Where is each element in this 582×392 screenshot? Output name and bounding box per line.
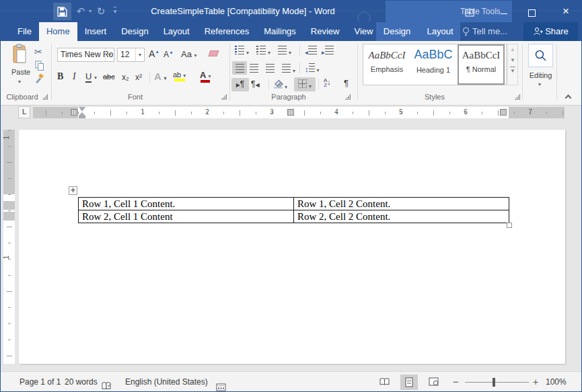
first-line-indent-marker[interactable] [79, 107, 85, 112]
line-spacing-button[interactable]: ↕ ▾ [305, 63, 320, 73]
share-button[interactable]: Share [523, 22, 578, 41]
read-mode-button[interactable] [376, 375, 394, 390]
rtl-direction-button[interactable]: ¶◀ [251, 79, 260, 89]
left-indent-marker[interactable] [79, 116, 85, 118]
align-center-button[interactable] [250, 64, 258, 74]
sort-button[interactable]: A Z ↓ [324, 78, 331, 87]
paste-label[interactable]: Paste [7, 68, 34, 76]
document-page[interactable] [19, 130, 565, 364]
format-painter-button[interactable] [34, 74, 44, 85]
paragraph-dialog-launcher[interactable] [345, 94, 351, 100]
numbering-button[interactable]: ▾ [256, 46, 270, 56]
zoom-slider-thumb[interactable] [493, 378, 495, 387]
paste-dropdown[interactable]: ▾ [18, 79, 21, 85]
tab-stop-selector[interactable]: L [18, 106, 30, 118]
ltr-direction-button[interactable]: ▶¶ [231, 78, 249, 91]
justify-button[interactable]: ▾ [282, 64, 295, 74]
table-cell[interactable]: Row 2, Cell 1 Content [79, 210, 294, 223]
bullets-button[interactable]: ▾ [235, 46, 249, 56]
superscript-button[interactable]: x² [135, 73, 142, 82]
word-count[interactable]: 20 words [65, 372, 98, 392]
editing-dropdown[interactable]: ▾ [538, 81, 541, 87]
underline-dropdown[interactable]: ▾ [94, 75, 97, 81]
tab-home[interactable]: Home [39, 22, 77, 41]
shrink-font-button[interactable]: A▼ [163, 50, 174, 59]
change-case-button[interactable]: Aa ▾ [181, 49, 197, 59]
zoom-in-button[interactable]: + [533, 372, 538, 392]
styles-dialog-launcher[interactable] [515, 94, 520, 100]
highlight-color-button[interactable]: ab▾ [173, 71, 186, 81]
cut-button[interactable]: ✂ [34, 46, 42, 57]
style-heading1[interactable]: AaBbC Heading 1 [410, 44, 456, 85]
font-name-dropdown[interactable]: ▾ [105, 48, 114, 61]
redo-button[interactable]: ↻ [94, 1, 108, 22]
subscript-button[interactable]: x₂ [122, 73, 129, 82]
style-normal[interactable]: AaBbCcI ¶ Normal [458, 44, 505, 85]
font-size-dropdown[interactable]: ▾ [135, 48, 144, 61]
collapse-ribbon-button[interactable] [566, 93, 571, 102]
clipboard-dialog-launcher[interactable] [42, 94, 48, 100]
undo-dropdown[interactable]: ▾ [87, 1, 94, 22]
grow-font-button[interactable]: A▲ [149, 48, 159, 59]
shading-button[interactable]: ▾ [272, 78, 287, 90]
minimize-button[interactable] [497, 1, 511, 21]
tab-file[interactable]: File [10, 22, 39, 41]
tab-references[interactable]: References [197, 22, 256, 41]
font-name-combo[interactable]: Times New Ro ▾ [57, 48, 114, 62]
show-marks-button[interactable]: ¶ [344, 78, 349, 88]
table-column-marker[interactable] [500, 109, 507, 116]
undo-button[interactable]: ↶ [73, 1, 88, 22]
zoom-slider-track[interactable] [465, 382, 529, 383]
save-button[interactable] [53, 3, 71, 20]
paste-button[interactable] [11, 44, 28, 65]
text-effects-button[interactable]: A ▾ [154, 71, 166, 82]
maximize-button[interactable] [528, 7, 536, 19]
tab-mailings[interactable]: Mailings [256, 22, 303, 41]
copy-button[interactable] [35, 61, 44, 73]
print-layout-button[interactable] [400, 375, 418, 390]
table-column-marker[interactable] [287, 109, 294, 116]
proofing-status-icon[interactable] [102, 378, 112, 392]
tab-design[interactable]: Design [114, 22, 155, 41]
table-column-marker[interactable] [71, 109, 77, 116]
page-indicator[interactable]: Page 1 of 1 [20, 372, 61, 392]
tab-table-design[interactable]: Design [376, 22, 418, 41]
font-color-button[interactable]: A▾ [200, 70, 211, 83]
borders-button[interactable]: ▾ [294, 77, 316, 91]
font-dialog-launcher[interactable] [221, 94, 227, 100]
styles-more-button[interactable]: ▼ [508, 66, 517, 77]
increase-indent-button[interactable]: ▸ [322, 46, 334, 56]
tab-view[interactable]: View [347, 22, 380, 41]
tab-table-layout[interactable]: Layout [419, 22, 461, 41]
decrease-indent-button[interactable]: ◂ [305, 46, 317, 56]
tell-me-box[interactable]: Tell me... [472, 22, 507, 41]
italic-button[interactable]: I [73, 71, 76, 82]
table-move-handle[interactable]: + [69, 186, 77, 195]
close-button[interactable]: × [558, 1, 574, 22]
zoom-out-button[interactable]: − [453, 372, 459, 392]
tab-insert[interactable]: Insert [77, 22, 114, 41]
tab-review[interactable]: Review [303, 22, 347, 41]
zoom-level[interactable]: 100% [546, 372, 567, 392]
macro-record-icon[interactable] [216, 379, 226, 392]
styles-scroll-up-button[interactable]: ▲ [508, 44, 517, 55]
align-right-button[interactable] [266, 64, 275, 74]
font-size-combo[interactable]: 12 ▾ [117, 48, 145, 62]
language-indicator[interactable]: English (United States) [125, 372, 208, 392]
editing-find-button[interactable] [528, 44, 553, 67]
strikethrough-button[interactable]: abc [103, 73, 115, 81]
styles-scroll-down-button[interactable]: ▼ [508, 55, 517, 66]
ribbon-display-options-button[interactable] [465, 7, 474, 19]
clear-formatting-button[interactable] [209, 50, 218, 58]
multilevel-list-button[interactable]: ▾ [278, 46, 291, 56]
style-emphasis[interactable]: AaBbCcI Emphasis [365, 44, 409, 85]
table-cell[interactable]: Row 1, Cell 1 Content. [79, 198, 294, 210]
align-left-button[interactable] [232, 61, 247, 75]
web-layout-button[interactable] [425, 375, 442, 390]
customize-qat-button[interactable]: ▾ [110, 1, 120, 22]
bold-button[interactable]: B [57, 71, 63, 82]
tab-layout[interactable]: Layout [156, 22, 197, 41]
table-resize-handle[interactable] [507, 223, 512, 228]
table-cell[interactable]: Row 1, Cell 2 Content. [294, 198, 509, 210]
table-cell[interactable]: Row 2, Cell 2 Content. [294, 210, 509, 223]
